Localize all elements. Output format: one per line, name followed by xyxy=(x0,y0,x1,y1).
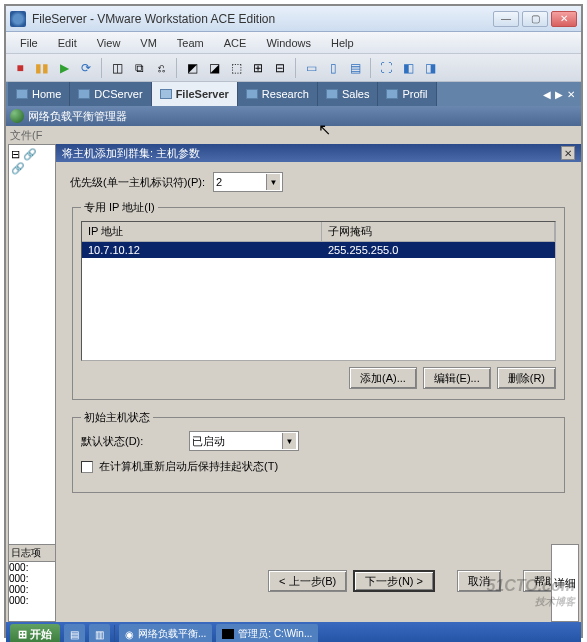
snapshot-manager-icon[interactable]: ⧉ xyxy=(129,58,149,78)
priority-dropdown[interactable]: 2 ▼ xyxy=(213,172,283,192)
quick-launch[interactable]: ▥ xyxy=(89,624,110,642)
chevron-down-icon: ▼ xyxy=(282,433,296,449)
default-state-label: 默认状态(D): xyxy=(81,434,181,449)
tab-scroll-left-icon[interactable]: ◀ xyxy=(543,89,551,100)
reset-icon[interactable]: ⟳ xyxy=(76,58,96,78)
view-icon-2[interactable]: ▯ xyxy=(323,58,343,78)
edit-button[interactable]: 编辑(E)... xyxy=(423,367,491,389)
tool-icon-1[interactable]: ◩ xyxy=(182,58,202,78)
vm-icon xyxy=(78,89,90,99)
tree-root[interactable]: ⊟ 🔗 xyxy=(11,147,53,161)
tool-icon-3[interactable]: ⬚ xyxy=(226,58,246,78)
tab-research[interactable]: Research xyxy=(238,82,318,106)
vm-tabs-bar: Home DCServer FileServer Research Sales … xyxy=(6,82,581,106)
view-icon-3[interactable]: ▤ xyxy=(345,58,365,78)
unity-icon[interactable]: ◧ xyxy=(398,58,418,78)
menu-bar: File Edit View VM Team ACE Windows Help xyxy=(6,32,581,54)
home-icon xyxy=(16,89,28,99)
default-state-value: 已启动 xyxy=(192,434,225,449)
retain-checkbox-label[interactable]: 在计算机重新启动后保持挂起状态(T) xyxy=(99,459,278,474)
dialog-body: 优先级(单一主机标识符)(P): 2 ▼ 专用 IP 地址(I) IP 地址 子… xyxy=(56,162,581,560)
revert-icon[interactable]: ⎌ xyxy=(151,58,171,78)
menu-help[interactable]: Help xyxy=(321,34,364,52)
tool-icon-5[interactable]: ⊟ xyxy=(270,58,290,78)
listbox-header: IP 地址 子网掩码 xyxy=(82,222,555,242)
dialog-close-button[interactable]: ✕ xyxy=(561,146,575,160)
menu-team[interactable]: Team xyxy=(167,34,214,52)
vm-icon xyxy=(386,89,398,99)
cancel-button[interactable]: 取消 xyxy=(457,570,501,592)
taskbar-label: 管理员: C:\Win... xyxy=(238,627,312,641)
remove-button[interactable]: 删除(R) xyxy=(497,367,556,389)
nlb-manager-titlebar: 网络负载平衡管理器 xyxy=(6,106,581,126)
col-mask-header[interactable]: 子网掩码 xyxy=(322,222,555,241)
nlb-menu-file[interactable]: 文件(F xyxy=(10,128,42,143)
col-ip-header[interactable]: IP 地址 xyxy=(82,222,322,241)
tab-profile[interactable]: Profil xyxy=(378,82,436,106)
vm-icon xyxy=(246,89,258,99)
init-legend: 初始主机状态 xyxy=(81,410,153,425)
quickswitch-icon[interactable]: ◨ xyxy=(420,58,440,78)
back-button[interactable]: < 上一步(B) xyxy=(268,570,347,592)
menu-windows[interactable]: Windows xyxy=(256,34,321,52)
taskbar-nlb[interactable]: ◉ 网络负载平衡... xyxy=(119,624,212,642)
tab-close-icon[interactable]: ✕ xyxy=(567,89,575,100)
start-button[interactable]: ⊞ 开始 xyxy=(10,624,60,642)
add-button[interactable]: 添加(A)... xyxy=(349,367,417,389)
view-icon-1[interactable]: ▭ xyxy=(301,58,321,78)
tool-icon-4[interactable]: ⊞ xyxy=(248,58,268,78)
wizard-button-row: < 上一步(B) 下一步(N) > 取消 帮助 xyxy=(56,560,581,602)
vm-icon xyxy=(326,89,338,99)
detail-panel-label[interactable]: 详细 xyxy=(551,544,579,622)
tree-child[interactable]: 🔗 xyxy=(11,161,53,175)
next-button[interactable]: 下一步(N) > xyxy=(353,570,435,592)
ip-cell: 10.7.10.12 xyxy=(82,242,322,258)
log-panel[interactable]: 日志项 000: 000: 000: 000: xyxy=(8,544,56,622)
taskbar-cmd[interactable]: 管理员: C:\Win... xyxy=(216,624,318,642)
menu-file[interactable]: File xyxy=(10,34,48,52)
ip-listbox[interactable]: IP 地址 子网掩码 10.7.10.12 255.255.255.0 xyxy=(81,221,556,361)
tool-icon-2[interactable]: ◪ xyxy=(204,58,224,78)
menu-vm[interactable]: VM xyxy=(130,34,167,52)
power-off-icon[interactable]: ■ xyxy=(10,58,30,78)
maximize-button[interactable]: ▢ xyxy=(522,11,548,27)
tab-fileserver[interactable]: FileServer xyxy=(152,82,238,106)
default-state-dropdown[interactable]: 已启动 ▼ xyxy=(189,431,299,451)
tab-sales[interactable]: Sales xyxy=(318,82,379,106)
log-line: 000: xyxy=(9,562,55,573)
cluster-tree[interactable]: ⊟ 🔗 🔗 xyxy=(8,144,56,604)
ip-row-selected[interactable]: 10.7.10.12 255.255.255.0 xyxy=(82,242,555,258)
tab-label: Sales xyxy=(342,88,370,100)
nlb-title: 网络负载平衡管理器 xyxy=(28,109,127,124)
tab-dcserver[interactable]: DCServer xyxy=(70,82,151,106)
retain-checkbox[interactable] xyxy=(81,461,93,473)
fullscreen-icon[interactable]: ⛶ xyxy=(376,58,396,78)
nlb-icon: ◉ xyxy=(125,629,134,640)
guest-taskbar: ⊞ 开始 ▤ ▥ ◉ 网络负载平衡... 管理员: C:\Win... xyxy=(6,622,581,642)
dialog-titlebar: 将主机添加到群集: 主机参数 ✕ xyxy=(56,144,581,162)
tab-scroll-right-icon[interactable]: ▶ xyxy=(555,89,563,100)
log-line: 000: xyxy=(9,573,55,584)
close-button[interactable]: ✕ xyxy=(551,11,577,27)
initial-host-state-fieldset: 初始主机状态 默认状态(D): 已启动 ▼ 在计算机重新启动后保持挂起状态(T) xyxy=(72,410,565,493)
menu-edit[interactable]: Edit xyxy=(48,34,87,52)
chevron-down-icon: ▼ xyxy=(266,174,280,190)
windows-logo-icon: ⊞ xyxy=(18,628,27,641)
minimize-button[interactable]: — xyxy=(493,11,519,27)
window-title: FileServer - VMware Workstation ACE Edit… xyxy=(32,12,493,26)
tab-label: Research xyxy=(262,88,309,100)
cmd-icon xyxy=(222,629,234,639)
tab-label: Profil xyxy=(402,88,427,100)
menu-ace[interactable]: ACE xyxy=(214,34,257,52)
menu-view[interactable]: View xyxy=(87,34,131,52)
pause-icon[interactable]: ▮▮ xyxy=(32,58,52,78)
tab-label: Home xyxy=(32,88,61,100)
snapshot-icon[interactable]: ◫ xyxy=(107,58,127,78)
nlb-menubar: 文件(F xyxy=(6,126,581,144)
tab-label: DCServer xyxy=(94,88,142,100)
tab-home[interactable]: Home xyxy=(8,82,70,106)
play-icon[interactable]: ▶ xyxy=(54,58,74,78)
toolbar: ■ ▮▮ ▶ ⟳ ◫ ⧉ ⎌ ◩ ◪ ⬚ ⊞ ⊟ ▭ ▯ ▤ ⛶ ◧ ◨ xyxy=(6,54,581,82)
quick-launch[interactable]: ▤ xyxy=(64,624,85,642)
taskbar-label: 网络负载平衡... xyxy=(138,627,206,641)
